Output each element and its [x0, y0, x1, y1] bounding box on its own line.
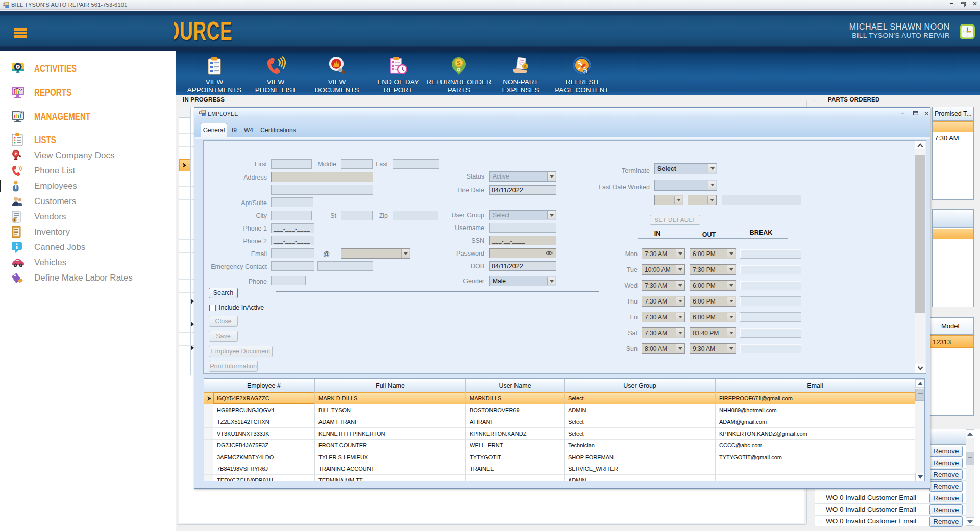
svg-text:$: $ — [524, 64, 526, 69]
svg-text:$: $ — [457, 60, 461, 67]
